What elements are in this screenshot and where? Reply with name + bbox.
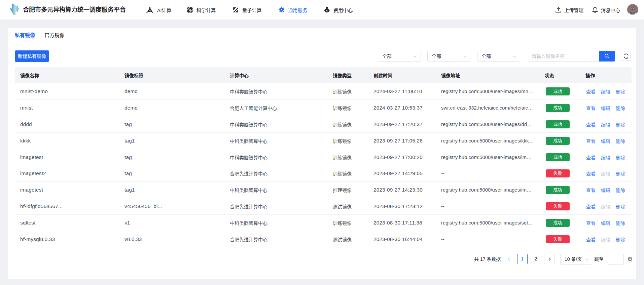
svg-text:¥: ¥: [326, 9, 328, 12]
svg-text:AI: AI: [149, 9, 151, 12]
